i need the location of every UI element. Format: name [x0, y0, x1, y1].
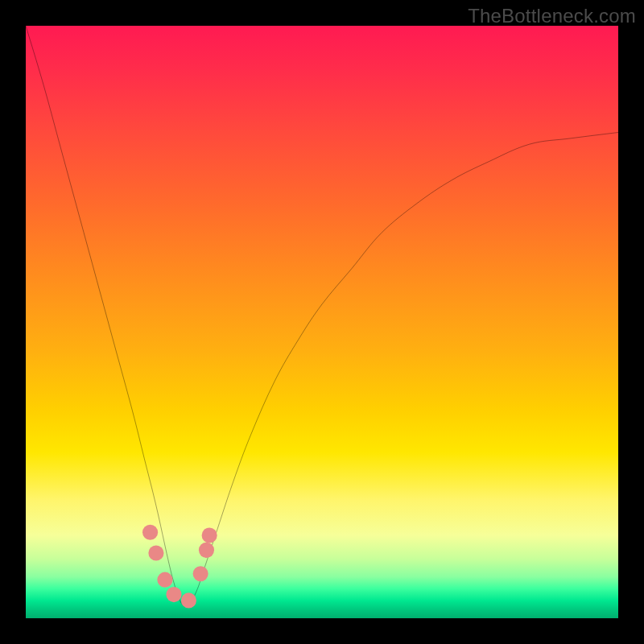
marker-dot — [166, 587, 181, 602]
marker-dot — [193, 566, 208, 581]
watermark-text: TheBottleneck.com — [468, 5, 636, 27]
marker-dot — [199, 543, 214, 558]
bottleneck-curve — [26, 26, 618, 606]
marker-dot — [157, 572, 172, 588]
marker-dot — [181, 592, 196, 608]
curve-markers — [142, 525, 217, 609]
plot-area — [26, 26, 618, 618]
chart-frame: TheBottleneck.com — [0, 0, 644, 644]
marker-dot — [142, 525, 158, 540]
curve-layer — [26, 26, 618, 618]
marker-dot — [148, 545, 163, 560]
marker-dot — [202, 527, 217, 543]
